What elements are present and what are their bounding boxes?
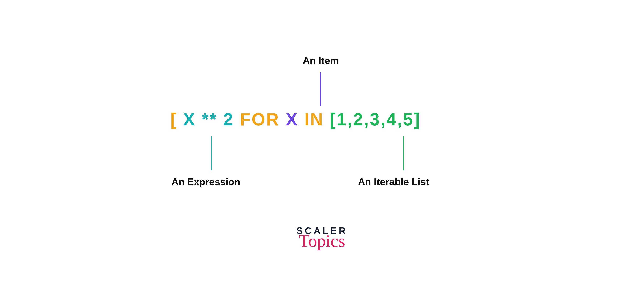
open-bracket: [ — [170, 110, 177, 129]
label-expression: An Expression — [172, 176, 240, 188]
iterable-token: [1,2,3,4,5] — [330, 110, 421, 129]
expr-token-num: 2 — [223, 110, 234, 129]
keyword-for: FOR — [240, 110, 280, 129]
brand-logo: SCALER Topics — [286, 225, 358, 250]
keyword-in: IN — [304, 110, 324, 129]
code-expression: [ X ** 2 FOR X IN [1,2,3,4,5] — [170, 110, 421, 129]
label-iterable: An Iterable List — [358, 176, 429, 188]
expr-token-x: X — [183, 110, 196, 129]
item-token-x: X — [286, 110, 298, 129]
expr-token-op: ** — [202, 110, 218, 129]
connector-expression — [211, 136, 212, 170]
connector-item — [320, 72, 321, 106]
connector-iterable — [404, 136, 404, 170]
label-item: An Item — [303, 55, 339, 66]
